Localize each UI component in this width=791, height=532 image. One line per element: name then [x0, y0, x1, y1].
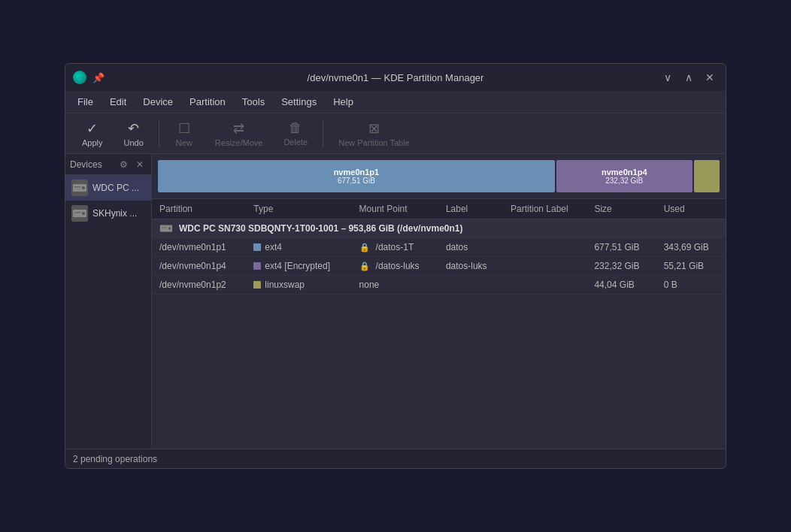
cell-plabel-1	[503, 257, 586, 276]
mount-cell-0: 🔒 /datos-1T	[359, 242, 431, 252]
col-header-partition-label: Partition Label	[503, 199, 586, 219]
device-name-wdc: WDC PC ...	[92, 183, 139, 193]
new-button[interactable]: ☐ New	[165, 117, 203, 150]
sidebar-close-icon[interactable]: ✕	[133, 158, 147, 171]
cell-label-1: datos-luks	[438, 257, 503, 276]
table-row[interactable]: /dev/nvme0n1p1 ext4 🔒 /datos-1	[152, 238, 726, 257]
partition-seg-p2[interactable]	[694, 160, 720, 192]
table-device-row[interactable]: WDC PC SN730 SDBQNTY-1T00-1001 – 953,86 …	[152, 219, 726, 238]
type-text-2: linuxswap	[265, 280, 305, 290]
apply-button[interactable]: ✓ Apply	[73, 117, 112, 150]
cell-size-1: 232,32 GiB	[586, 257, 656, 276]
device-icon-skhynix	[71, 205, 88, 222]
delete-button[interactable]: 🗑 Delete	[274, 117, 317, 150]
device-icon-wdc	[71, 180, 88, 196]
svg-rect-8	[162, 227, 167, 228]
cell-partition-0: /dev/nvme0n1p1	[152, 238, 246, 257]
resize-button[interactable]: ⇄ Resize/Move	[206, 117, 272, 150]
resize-label: Resize/Move	[215, 138, 263, 147]
toolbar-separator-1	[159, 120, 159, 147]
drive-icon	[72, 183, 87, 193]
statusbar-text: 2 pending operations	[73, 454, 157, 464]
device-row-icon	[159, 223, 173, 234]
seg-p4-size: 232,32 GiB	[605, 177, 643, 185]
sidebar: Devices ⚙ ✕ WDC PC ...	[65, 154, 152, 449]
cell-partition-1: /dev/nvme0n1p4	[152, 257, 246, 276]
cell-used-0: 343,69 GiB	[656, 238, 726, 257]
sidebar-item-skhynix[interactable]: SKHynix ...	[65, 201, 151, 226]
svg-point-1	[82, 186, 85, 189]
minimize-button[interactable]: ∨	[659, 69, 676, 86]
menu-file[interactable]: File	[70, 93, 101, 110]
svg-point-7	[168, 227, 171, 230]
app-icon	[73, 71, 86, 84]
partition-seg-p4[interactable]: nvme0n1p4 232,32 GiB	[556, 160, 693, 192]
menu-device[interactable]: Device	[135, 93, 180, 110]
table-header-row: Partition Type Mount Point Label Partiti…	[152, 199, 726, 219]
type-text-1: ext4 [Encrypted]	[265, 261, 330, 271]
new-icon: ☐	[178, 120, 190, 137]
svg-rect-5	[74, 212, 80, 213]
menu-partition[interactable]: Partition	[182, 93, 233, 110]
type-text-0: ext4	[265, 242, 282, 252]
table-row[interactable]: /dev/nvme0n1p2 linuxswap none	[152, 276, 726, 295]
cell-type-1: ext4 [Encrypted]	[246, 257, 351, 276]
col-header-used: Used	[656, 199, 726, 219]
cell-label-2	[438, 276, 503, 295]
toolbar-separator-2	[323, 120, 323, 147]
menu-help[interactable]: Help	[326, 93, 361, 110]
lock-icon-1: 🔒	[359, 261, 370, 271]
partition-table: Partition Type Mount Point Label Partiti…	[152, 199, 726, 449]
menu-edit[interactable]: Edit	[102, 93, 134, 110]
new-partition-table-label: New Partition Table	[338, 138, 410, 147]
titlebar: 📌 /dev/nvme0n1 — KDE Partition Manager ∨…	[65, 64, 726, 91]
partition-seg-p1[interactable]: nvme0n1p1 677,51 GiB	[158, 160, 555, 192]
new-partition-table-button[interactable]: ⊠ New Partition Table	[329, 117, 419, 150]
undo-label: Undo	[124, 138, 144, 147]
apply-icon: ✓	[86, 120, 98, 137]
col-header-mount: Mount Point	[352, 199, 438, 219]
mount-text-2: none	[359, 280, 380, 290]
titlebar-controls: ∨ ∧ ✕	[659, 69, 718, 86]
col-header-type: Type	[246, 199, 351, 219]
menubar: File Edit Device Partition Tools Setting…	[65, 91, 726, 113]
seg-p1-size: 677,51 GiB	[338, 177, 375, 185]
menu-settings[interactable]: Settings	[274, 93, 324, 110]
delete-icon: 🗑	[289, 120, 302, 136]
cell-mount-0: 🔒 /datos-1T	[352, 238, 438, 257]
toolbar: ✓ Apply ↶ Undo ☐ New ⇄ Resize/Move 🗑 Del…	[65, 113, 726, 154]
undo-button[interactable]: ↶ Undo	[115, 117, 153, 150]
menu-tools[interactable]: Tools	[235, 93, 272, 110]
drive-icon-2	[72, 208, 87, 219]
mount-text-1: /datos-luks	[376, 261, 420, 271]
partition-bar: nvme0n1p1 677,51 GiB nvme0n1p4 232,32 Gi…	[152, 154, 726, 199]
new-label: New	[176, 138, 192, 147]
cell-plabel-0	[503, 238, 586, 257]
sidebar-header: Devices ⚙ ✕	[65, 154, 151, 175]
partitions-table: Partition Type Mount Point Label Partiti…	[152, 199, 726, 295]
type-color-0	[253, 243, 261, 251]
type-color-1	[253, 262, 261, 270]
maximize-button[interactable]: ∧	[680, 69, 697, 86]
main-window: 📌 /dev/nvme0n1 — KDE Partition Manager ∨…	[65, 63, 726, 469]
sidebar-item-wdc[interactable]: WDC PC ...	[65, 175, 151, 201]
content-area: Devices ⚙ ✕ WDC PC ...	[65, 154, 726, 449]
cell-type-0: ext4	[246, 238, 351, 257]
cell-used-2: 0 B	[656, 276, 726, 295]
cell-mount-1: 🔒 /datos-luks	[352, 257, 438, 276]
col-header-partition: Partition	[152, 199, 246, 219]
type-badge-2: linuxswap	[253, 280, 344, 290]
type-color-2	[253, 281, 261, 289]
svg-rect-2	[74, 186, 80, 188]
table-row[interactable]: /dev/nvme0n1p4 ext4 [Encrypted] 🔒	[152, 257, 726, 276]
seg-p4-name: nvme0n1p4	[602, 168, 647, 177]
titlebar-left: 📌	[73, 71, 105, 84]
cell-used-1: 55,21 GiB	[656, 257, 726, 276]
sidebar-config-icon[interactable]: ⚙	[117, 158, 130, 171]
cell-label-0: datos	[438, 238, 503, 257]
device-name-skhynix: SKHynix ...	[92, 208, 137, 219]
mount-text-0: /datos-1T	[376, 242, 414, 252]
cell-size-0: 677,51 GiB	[586, 238, 656, 257]
pin-icon[interactable]: 📌	[92, 72, 105, 83]
close-button[interactable]: ✕	[702, 69, 718, 86]
